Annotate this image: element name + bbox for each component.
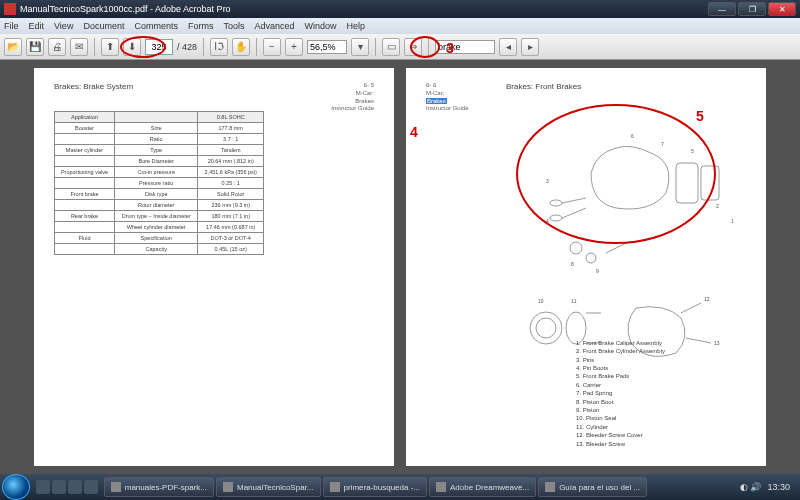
right-pagenum: 6- 6 xyxy=(426,82,469,90)
svg-text:5: 5 xyxy=(691,148,694,154)
svg-text:11: 11 xyxy=(571,298,577,304)
svg-text:2: 2 xyxy=(716,203,719,209)
svg-line-23 xyxy=(681,303,701,313)
page-right: 6- 6 M-Car: Brakes Instructor Guide Brak… xyxy=(406,68,766,466)
left-page-title: Brakes: Brake System xyxy=(54,82,374,91)
menu-help[interactable]: Help xyxy=(347,21,366,31)
annotation-4: 4 xyxy=(410,124,418,140)
task-3[interactable]: primera-busqueda -... xyxy=(323,477,427,497)
svg-text:4: 4 xyxy=(546,218,549,224)
next-page-icon[interactable]: ⬇ xyxy=(123,38,141,56)
maximize-button[interactable]: ❐ xyxy=(738,2,766,16)
close-button[interactable]: ✕ xyxy=(768,2,796,16)
start-orb[interactable] xyxy=(2,474,30,500)
save-icon[interactable]: 💾 xyxy=(26,38,44,56)
left-pagenum: 6- 5 xyxy=(331,82,374,90)
select-tool-icon[interactable]: Iℑ xyxy=(210,38,228,56)
zoom-out-icon[interactable]: − xyxy=(263,38,281,56)
svg-point-4 xyxy=(550,215,562,221)
find-prev-icon[interactable]: ◂ xyxy=(499,38,517,56)
page-number-input[interactable] xyxy=(145,39,173,55)
zoom-dropdown-icon[interactable]: ▾ xyxy=(351,38,369,56)
tray-icons[interactable]: ◐ 🔊 xyxy=(740,482,762,492)
svg-rect-0 xyxy=(676,163,698,203)
svg-text:7: 7 xyxy=(661,141,664,147)
svg-line-24 xyxy=(686,338,711,343)
zoom-input[interactable] xyxy=(307,40,347,54)
svg-line-8 xyxy=(606,243,626,253)
svg-line-5 xyxy=(562,208,586,218)
task-1[interactable]: manuales-PDF-spark... xyxy=(104,477,214,497)
clock: 13:30 xyxy=(767,482,790,492)
menu-comments[interactable]: Comments xyxy=(134,21,178,31)
svg-text:8: 8 xyxy=(571,261,574,267)
svg-rect-1 xyxy=(701,166,719,200)
document-viewport[interactable]: Brakes: Brake System 6- 5 M-Car: Brakes … xyxy=(0,60,800,474)
toolbar: 📂 💾 🖨 ✉ ⬆ ⬇ / 428 Iℑ ✋ − + ▾ ▭ ⇔ ◂ ▸ 6 3 xyxy=(0,34,800,60)
quick-launch[interactable] xyxy=(36,480,98,494)
task-2[interactable]: ManualTecnicoSpar... xyxy=(216,477,321,497)
menu-window[interactable]: Window xyxy=(304,21,336,31)
svg-text:12: 12 xyxy=(704,296,710,302)
print-icon[interactable]: 🖨 xyxy=(48,38,66,56)
parts-list: 1. Front Brake Caliper Assembly2. Front … xyxy=(576,339,665,448)
svg-text:13: 13 xyxy=(714,340,720,346)
mail-icon[interactable]: ✉ xyxy=(70,38,88,56)
find-input[interactable] xyxy=(435,40,495,54)
task-5[interactable]: Guía para el uso del ... xyxy=(538,477,647,497)
svg-text:1: 1 xyxy=(731,218,734,224)
system-tray[interactable]: ◐ 🔊 13:30 xyxy=(732,482,798,492)
menu-document[interactable]: Document xyxy=(83,21,124,31)
taskbar: manuales-PDF-spark... ManualTecnicoSpar.… xyxy=(0,474,800,500)
svg-text:6: 6 xyxy=(631,133,634,139)
prev-page-icon[interactable]: ⬆ xyxy=(101,38,119,56)
menu-advanced[interactable]: Advanced xyxy=(254,21,294,31)
menu-edit[interactable]: Edit xyxy=(29,21,45,31)
menu-file[interactable]: File xyxy=(4,21,19,31)
svg-text:3: 3 xyxy=(546,178,549,184)
task-4[interactable]: Adobe Dreamweave... xyxy=(429,477,536,497)
fit-page-icon[interactable]: ▭ xyxy=(382,38,400,56)
hand-tool-icon[interactable]: ✋ xyxy=(232,38,250,56)
minimize-button[interactable]: — xyxy=(708,2,736,16)
menu-forms[interactable]: Forms xyxy=(188,21,214,31)
svg-line-3 xyxy=(562,198,586,203)
open-icon[interactable]: 📂 xyxy=(4,38,22,56)
svg-point-19 xyxy=(536,318,556,338)
menu-tools[interactable]: Tools xyxy=(223,21,244,31)
menu-bar: File Edit View Document Comments Forms T… xyxy=(0,18,800,34)
acrobat-icon xyxy=(4,3,16,15)
spec-table: Application0.8L SOHC BoosterSize177.8 mm… xyxy=(54,111,264,255)
zoom-in-icon[interactable]: + xyxy=(285,38,303,56)
title-bar: ManualTecnicoSpark1000cc.pdf - Adobe Acr… xyxy=(0,0,800,18)
menu-view[interactable]: View xyxy=(54,21,73,31)
fit-width-icon[interactable]: ⇔ xyxy=(404,38,422,56)
right-page-title: Brakes: Front Brakes xyxy=(506,82,746,91)
window-title: ManualTecnicoSpark1000cc.pdf - Adobe Acr… xyxy=(20,4,231,14)
find-next-icon[interactable]: ▸ xyxy=(521,38,539,56)
caliper-exploded-diagram: 675 34 89 21 xyxy=(516,108,746,278)
search-highlight: Brakes xyxy=(426,98,447,104)
svg-point-7 xyxy=(586,253,596,263)
svg-point-18 xyxy=(530,312,562,344)
annotation-3: 3 xyxy=(446,40,454,56)
svg-text:9: 9 xyxy=(596,268,599,274)
svg-point-6 xyxy=(570,242,582,254)
page-left: Brakes: Brake System 6- 5 M-Car: Brakes … xyxy=(34,68,394,466)
annotation-5: 5 xyxy=(696,108,704,124)
page-total-label: / 428 xyxy=(177,42,197,52)
svg-point-2 xyxy=(550,200,562,206)
svg-text:10: 10 xyxy=(538,298,544,304)
